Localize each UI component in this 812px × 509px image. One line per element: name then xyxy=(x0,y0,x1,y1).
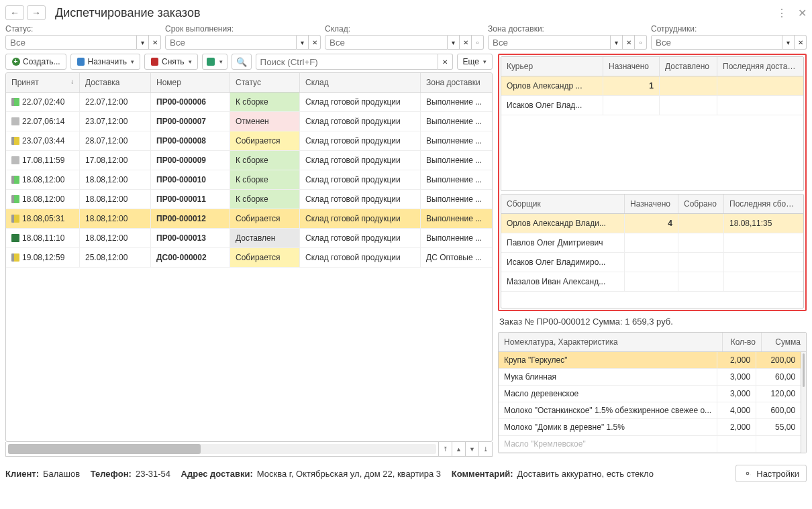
table-row[interactable]: Исаков Олег Влад... xyxy=(501,96,803,115)
comment-value: Доставить аккуратно, есть стекло xyxy=(517,469,654,479)
table-row[interactable]: 23.07,03:4428.07,12:00ПР00-000008Собирае… xyxy=(6,131,492,151)
col-warehouse[interactable]: Склад xyxy=(300,73,421,92)
filter-due-input[interactable] xyxy=(165,35,297,50)
table-row[interactable]: 18.08,05:3118.08,12:00ПР00-000012Собирае… xyxy=(6,209,492,229)
create-button[interactable]: + Создать... xyxy=(5,54,66,70)
filter-whs-input[interactable] xyxy=(325,35,448,50)
close-icon[interactable]: ✕ xyxy=(798,7,807,19)
filter-zone-input[interactable] xyxy=(488,35,611,50)
page-up-icon[interactable]: ▲ xyxy=(452,442,465,456)
table-row[interactable]: Масло "Кремлевское" xyxy=(499,436,801,453)
row-status-icon xyxy=(11,98,19,106)
row-status-icon xyxy=(11,253,19,262)
remove-button[interactable]: Снять ▾ xyxy=(144,54,198,70)
chevron-down-icon: ▾ xyxy=(219,58,223,65)
row-status-icon xyxy=(11,195,19,203)
col-courier-assigned[interactable]: Назначено xyxy=(603,57,660,76)
col-accepted[interactable]: Принят↓ xyxy=(6,73,80,92)
clear-icon[interactable]: ✕ xyxy=(623,35,635,50)
magnifier-icon: 🔍 xyxy=(236,57,247,67)
gear-icon xyxy=(743,469,752,478)
table-row[interactable]: Орлов Александр Влади...418.08,11:35 xyxy=(501,214,803,233)
phone-value: 23-31-54 xyxy=(136,469,170,479)
horizontal-scrollbar[interactable] xyxy=(8,444,436,454)
more-button[interactable]: Еще ▾ xyxy=(457,54,493,70)
table-row[interactable]: Крупа "Геркулес"2,000200,00 xyxy=(499,352,801,369)
address-label: Адрес доставки: xyxy=(181,469,253,479)
comment-label: Комментарий: xyxy=(452,469,513,479)
page-first-icon[interactable]: ⤒ xyxy=(438,442,452,456)
clear-icon[interactable]: ✕ xyxy=(795,35,807,50)
more-button-label: Еще xyxy=(463,57,479,66)
client-label: Клиент: xyxy=(5,469,39,479)
chevron-down-icon: ▾ xyxy=(131,58,134,65)
sort-icon: ↓ xyxy=(70,78,74,85)
col-delivery[interactable]: Доставка xyxy=(80,73,151,92)
table-row[interactable]: 18.08,12:0018.08,12:00ПР00-000011К сборк… xyxy=(6,190,492,209)
col-zone[interactable]: Зона доставки xyxy=(421,73,492,92)
filter-zone-label: Зона доставки: xyxy=(488,24,647,34)
dropdown-icon[interactable]: ▾ xyxy=(611,35,623,50)
menu-dots-icon[interactable]: ⋮ xyxy=(776,7,787,19)
col-picker-assigned[interactable]: Назначено xyxy=(625,194,678,213)
user-assign-icon xyxy=(77,58,85,66)
magnifier-button[interactable]: 🔍 xyxy=(232,54,252,70)
tree-button[interactable]: ▾ xyxy=(202,54,227,70)
clear-icon[interactable]: ✕ xyxy=(460,35,472,50)
clear-icon[interactable]: ✕ xyxy=(309,35,321,50)
filter-whs-label: Склад: xyxy=(325,24,484,34)
assign-button-label: Назначить xyxy=(88,57,127,66)
dropdown-icon[interactable]: ▾ xyxy=(448,35,460,50)
filter-status-input[interactable] xyxy=(5,35,137,50)
table-row[interactable]: Мазалов Иван Александ... xyxy=(501,272,803,292)
clear-search-icon[interactable]: ✕ xyxy=(438,54,453,70)
svg-point-0 xyxy=(747,472,750,475)
open-icon[interactable]: ▫ xyxy=(635,35,647,50)
dropdown-icon[interactable]: ▾ xyxy=(137,35,149,50)
table-row[interactable]: 22.07,06:1423.07,12:00ПР00-000007Отменен… xyxy=(6,112,492,131)
row-status-icon xyxy=(11,156,19,164)
dropdown-icon[interactable]: ▾ xyxy=(297,35,309,50)
col-item-sum[interactable]: Сумма xyxy=(762,333,806,351)
filter-staff-input[interactable] xyxy=(651,35,782,50)
nav-back-button[interactable]: ← xyxy=(5,5,24,20)
table-row[interactable]: 17.08,11:5917.08,12:00ПР00-000009К сборк… xyxy=(6,151,492,170)
filter-status-label: Статус: xyxy=(5,24,161,34)
col-item-qty[interactable]: Кол-во xyxy=(723,333,762,351)
chevron-down-icon: ▾ xyxy=(189,58,192,65)
table-row[interactable]: Исаков Олег Владимиро... xyxy=(501,253,803,272)
table-row[interactable]: 18.08,11:1018.08,12:00ПР00-000013Доставл… xyxy=(6,229,492,248)
col-courier-lastdel[interactable]: Последняя доставка xyxy=(717,57,803,76)
table-row[interactable]: 18.08,12:0018.08,12:00ПР00-000010К сборк… xyxy=(6,170,492,190)
col-courier-delivered[interactable]: Доставлено xyxy=(660,57,717,76)
settings-button[interactable]: Настройки xyxy=(735,465,807,482)
table-row[interactable]: Орлов Александр ...1 xyxy=(501,76,803,96)
col-picker-name[interactable]: Сборщик xyxy=(501,194,625,213)
table-row[interactable]: 22.07,02:4022.07,12:00ПР00-000006К сборк… xyxy=(6,93,492,112)
open-icon[interactable]: ▫ xyxy=(472,35,484,50)
col-picker-picked[interactable]: Собрано xyxy=(678,194,724,213)
page-last-icon[interactable]: ⤓ xyxy=(478,442,492,456)
nav-forward-button[interactable]: → xyxy=(27,5,46,20)
col-courier-name[interactable]: Курьер xyxy=(501,57,603,76)
col-item-name[interactable]: Номеклатура, Характеристика xyxy=(499,333,723,351)
col-picker-lastp[interactable]: Последняя сборка xyxy=(724,194,803,213)
table-row[interactable]: Масло деревенское3,000120,00 xyxy=(499,386,801,402)
col-status[interactable]: Статус xyxy=(230,73,300,92)
page-title: Диспетчирование заказов xyxy=(55,6,776,20)
page-down-icon[interactable]: ▼ xyxy=(465,442,478,456)
vertical-scrollbar[interactable] xyxy=(801,352,806,453)
assign-button[interactable]: Назначить ▾ xyxy=(70,54,140,70)
table-row[interactable]: Молоко "Останкинское" 1.5% обезжиренное … xyxy=(499,402,801,419)
dropdown-icon[interactable]: ▾ xyxy=(782,35,795,50)
search-input[interactable] xyxy=(256,54,438,70)
clear-icon[interactable]: ✕ xyxy=(149,35,161,50)
table-row[interactable]: Молоко "Домик в деревне" 1.5%2,00055,00 xyxy=(499,419,801,436)
user-remove-icon xyxy=(150,58,159,66)
table-row[interactable]: 19.08,12:5925.08,12:00ДС00-000002Собирае… xyxy=(6,248,492,268)
table-row[interactable]: Мука блинная3,00060,00 xyxy=(499,369,801,386)
chevron-down-icon: ▾ xyxy=(483,58,487,65)
remove-button-label: Снять xyxy=(162,57,185,66)
col-number[interactable]: Номер xyxy=(151,73,230,92)
table-row[interactable]: Павлов Олег Дмитриевич xyxy=(501,233,803,253)
